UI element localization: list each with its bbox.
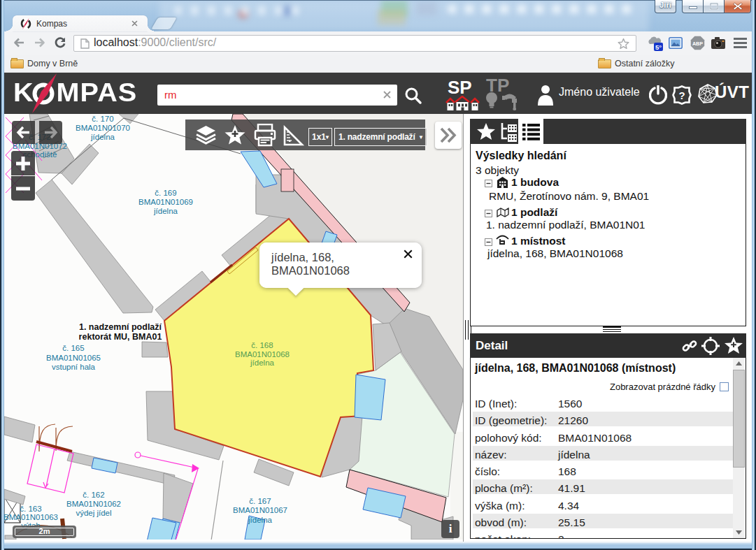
svg-text:č. 163: č. 163 — [20, 505, 41, 513]
svg-text:BMA01N01068: BMA01N01068 — [235, 350, 290, 359]
svg-text:rektorát MU, BMA01: rektorát MU, BMA01 — [79, 332, 162, 342]
svg-text:č. 167: č. 167 — [249, 497, 271, 505]
svg-text:BMA01N01067: BMA01N01067 — [233, 506, 287, 514]
svg-text:č. 165: č. 165 — [62, 344, 84, 352]
svg-text:BMA01N01065: BMA01N01065 — [46, 354, 101, 362]
svg-text:jídelna: jídelna — [90, 133, 115, 141]
svg-text:jídelna: jídelna — [250, 359, 274, 367]
svg-text:jídelna: jídelna — [153, 207, 178, 215]
svg-text:vstupní hala: vstupní hala — [52, 363, 96, 371]
svg-text:č. 162: č. 162 — [83, 491, 104, 499]
svg-text:č. 170: č. 170 — [92, 115, 113, 123]
svg-text:1. nadzemní podlaží: 1. nadzemní podlaží — [79, 322, 162, 332]
svg-text:č. 168: č. 168 — [251, 341, 273, 349]
svg-text:BMA01N01070: BMA01N01070 — [76, 124, 130, 132]
svg-text:č. 169: č. 169 — [155, 189, 176, 197]
svg-text:ABP: ABP — [692, 41, 703, 47]
svg-text:BMA01N01069: BMA01N01069 — [138, 198, 193, 206]
svg-text:?: ? — [678, 89, 685, 101]
svg-text:výdej jídel: výdej jídel — [76, 509, 111, 517]
svg-text:jídelna: jídelna — [248, 516, 272, 524]
svg-text:5°: 5° — [655, 43, 662, 51]
svg-text:BMA01N01063: BMA01N01063 — [4, 513, 58, 521]
svg-text:BMA01N01062: BMA01N01062 — [66, 500, 121, 508]
